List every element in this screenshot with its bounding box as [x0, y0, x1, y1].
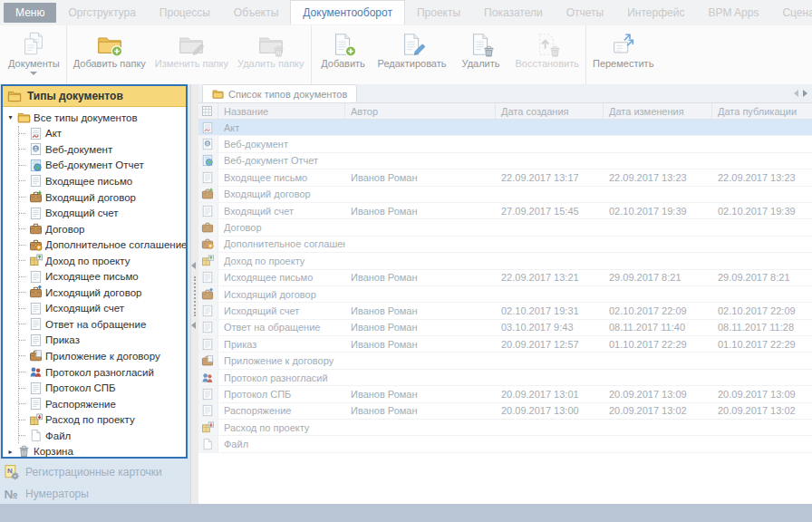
column-header[interactable]: Дата публикации [712, 103, 812, 119]
published-cell [712, 187, 812, 202]
table-row[interactable]: Договор [198, 219, 812, 236]
column-header[interactable]: Название [218, 103, 345, 119]
folder-add-icon [96, 30, 123, 58]
edit-button[interactable]: Редактировать [373, 27, 451, 82]
case-out-icon [198, 286, 218, 302]
section-label: Нумераторы [25, 488, 89, 500]
documents-menu-button[interactable]: Документы [4, 27, 64, 82]
tree-root-all-document-types[interactable]: ▾Все типы документов [6, 110, 186, 126]
published-cell [712, 153, 812, 169]
column-header[interactable]: Дата создания [496, 103, 604, 119]
add-button[interactable]: Добавить [314, 27, 373, 82]
move-button[interactable]: Переместить [588, 27, 658, 82]
toolbar-button-label: Добавить [321, 58, 365, 69]
table-row[interactable]: Ответ на обращениеИванов Роман03.10.2017… [198, 320, 812, 336]
tree-item[interactable]: Исходящий счет [19, 301, 186, 317]
created-cell [496, 253, 604, 268]
author-cell [345, 120, 496, 135]
tree-item-label: Исходящий договор [45, 287, 141, 298]
table-row[interactable]: Веб-документ [198, 136, 812, 152]
tree-item[interactable]: Исходящее письмо [19, 268, 186, 285]
top-tab[interactable]: BPM Apps [696, 0, 770, 24]
top-tab[interactable]: Отчеты [555, 0, 615, 24]
top-tab[interactable]: Объекты [222, 0, 291, 24]
table-row[interactable]: Веб-документ Отчет [198, 153, 812, 169]
table-row[interactable]: Входящее письмоИванов Роман22.09.2017 13… [198, 169, 812, 186]
tree-item[interactable]: Веб-документ [19, 141, 186, 158]
content: Типы документов ▾Все типы документовАктВ… [0, 84, 812, 504]
table-row[interactable]: Доход по проекту [198, 253, 812, 269]
table-row[interactable]: РаспоряжениеИванов Роман20.09.2017 13:00… [198, 403, 812, 420]
name-cell: Входящее письмо [218, 169, 345, 185]
table-row[interactable]: Расход по проекту [198, 420, 812, 436]
sidebar-section-registration-cards[interactable]: NРегистрационные карточки [0, 461, 190, 483]
dropdown-caret-icon[interactable] [30, 72, 37, 75]
sidebar-section-numerators[interactable]: №Нумераторы [0, 483, 190, 504]
splitter-handle[interactable] [194, 276, 196, 316]
top-tab[interactable]: Процессы [148, 0, 222, 24]
tab-document-type-list[interactable]: Список типов документов [202, 84, 357, 102]
top-tab[interactable]: Оргструктура [56, 0, 147, 24]
top-tab[interactable]: Сценарии [770, 0, 812, 24]
top-tab[interactable]: Документооборот [290, 0, 405, 24]
column-header[interactable]: Дата изменения [604, 103, 712, 119]
expander-collapse-icon[interactable]: ▾ [6, 113, 14, 121]
table-row[interactable]: ПриказИванов Роман20.09.2017 12:5701.10.… [198, 336, 812, 353]
table-row[interactable]: Дополнительное соглашение [198, 237, 812, 253]
pager-prev-icon[interactable] [794, 90, 798, 97]
top-tab[interactable]: Показатели [472, 0, 555, 24]
collapse-left-icon[interactable] [191, 322, 196, 329]
table-row[interactable]: Файл [198, 436, 812, 452]
tree-item-label: Веб-документ Отчет [45, 160, 144, 170]
table-row[interactable]: Исходящий счетИванов Роман02.10.2017 19:… [198, 303, 812, 319]
tree-item[interactable]: Ответ на обращение [19, 316, 186, 333]
case-doc-icon [29, 349, 43, 362]
published-cell [712, 219, 812, 235]
tree-item[interactable]: Веб-документ Отчет [19, 158, 186, 174]
tree-item[interactable]: Расход по проекту [19, 411, 186, 428]
tree-item[interactable]: Протокол СПБ [19, 380, 186, 396]
tree-item[interactable]: Доход по проекту [19, 253, 186, 269]
table-row[interactable]: Входящий счетИванов Роман27.09.2017 15:4… [198, 203, 812, 219]
table-row[interactable]: Протокол СПБИванов Роман20.09.2017 13:01… [198, 386, 812, 402]
column-header[interactable]: Автор [345, 103, 496, 119]
sidebar-splitter[interactable] [190, 84, 198, 504]
table-row[interactable]: Приложение к договору [198, 353, 812, 369]
tree-item-trash[interactable]: ▸Корзина [6, 443, 186, 457]
pager-next-icon[interactable] [803, 90, 807, 97]
top-tab[interactable]: Проекты [405, 0, 472, 24]
table-row[interactable]: Акт [198, 120, 812, 136]
table-row[interactable]: Исходящее письмоИванов Роман22.09.2017 1… [198, 270, 812, 286]
created-cell [496, 219, 604, 235]
doc-icon [29, 207, 43, 220]
table-row[interactable]: Исходящий договор [198, 286, 812, 303]
tree-item[interactable]: Исходящий договор [19, 285, 186, 301]
tree-item[interactable]: Входящий счет [19, 205, 186, 221]
expander-expand-icon[interactable]: ▸ [6, 448, 14, 456]
document-types-panel-header[interactable]: Типы документов [3, 86, 186, 107]
tree-item[interactable]: Файл [19, 428, 186, 444]
author-cell: Иванов Роман [345, 336, 496, 352]
tree-item[interactable]: Акт [19, 126, 186, 142]
table-row[interactable]: Протокол разногласий [198, 370, 812, 386]
toolbar-button-label: Редактировать [378, 58, 447, 69]
tree-item[interactable]: Дополнительное соглашение [19, 237, 186, 253]
tree-item[interactable]: Приказ [19, 333, 186, 349]
status-bar [0, 504, 812, 522]
add-folder-button[interactable]: Добавить папку [69, 27, 150, 82]
tree-item[interactable]: Договор [19, 221, 186, 237]
doc-icon [198, 320, 218, 335]
doc-icon [198, 386, 218, 401]
tree-item[interactable]: Распоряжение [19, 396, 186, 412]
tree-item[interactable]: Приложение к договору [19, 348, 186, 364]
top-tab[interactable]: Интерфейс [615, 0, 696, 24]
table-row[interactable]: Входящий договор [198, 187, 812, 203]
delete-button[interactable]: Удалить [451, 27, 511, 82]
tree-item[interactable]: Протокол разногласий [19, 364, 186, 381]
tree-item[interactable]: Входящий договор [19, 189, 186, 206]
collapse-left-icon[interactable] [191, 262, 196, 269]
tree-item-label: Входящее письмо [45, 176, 132, 187]
created-cell [496, 153, 604, 169]
menu-button[interactable]: Меню [4, 3, 56, 23]
tree-item[interactable]: Входящее письмо [19, 173, 186, 189]
